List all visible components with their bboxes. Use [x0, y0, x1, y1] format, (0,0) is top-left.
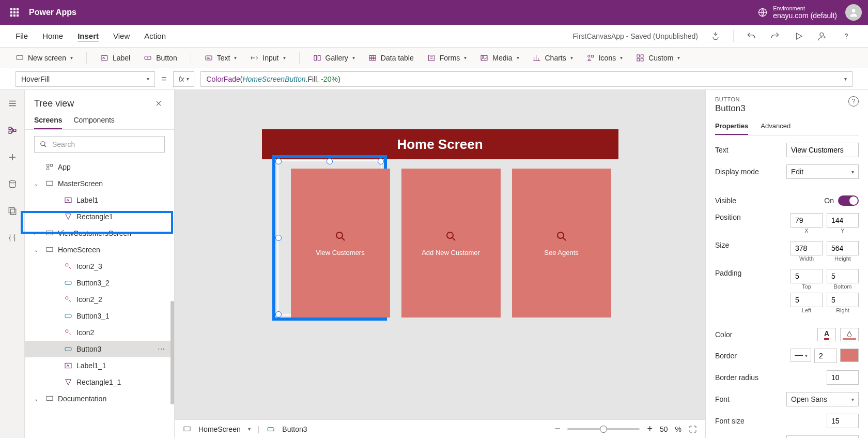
search-input[interactable]: Search — [34, 136, 165, 153]
chevron-down-icon[interactable]: ⌄ — [34, 396, 41, 402]
prop-radius-input[interactable] — [827, 370, 859, 385]
resize-handle[interactable] — [327, 158, 333, 164]
prop-border-color[interactable] — [840, 349, 859, 362]
prop-font-select[interactable]: Open Sans▾ — [786, 392, 859, 406]
prop-fill-color[interactable] — [840, 328, 859, 341]
tab-advanced[interactable]: Advanced — [761, 122, 791, 135]
resize-handle[interactable] — [275, 158, 282, 164]
card-see-agents[interactable]: See Agents — [512, 169, 611, 318]
tree-scrollbar[interactable] — [171, 301, 174, 404]
prop-text-color[interactable]: A — [817, 328, 836, 341]
tree-node-icon22[interactable]: Icon2_2 — [25, 291, 174, 308]
insert-label-button[interactable]: Label — [100, 54, 130, 62]
property-selector[interactable]: HoverFill ▾ — [16, 71, 155, 87]
new-screen-button[interactable]: New screen ▾ — [16, 54, 73, 62]
tree-node-icon2[interactable]: Icon2 — [25, 324, 174, 341]
tree-node-icon23[interactable]: Icon2_3 — [25, 258, 174, 275]
tools-icon[interactable] — [6, 232, 19, 244]
waffle-icon[interactable] — [6, 4, 23, 21]
menu-file[interactable]: File — [16, 32, 28, 40]
tree-node-button32[interactable]: Button3_2 — [25, 275, 174, 291]
prop-displaymode-select[interactable]: Edit▾ — [786, 164, 859, 179]
tree-node-masterscreen[interactable]: ⌄ MasterScreen — [25, 175, 174, 192]
insert-custom-button[interactable]: Custom▾ — [636, 54, 680, 62]
tree-node-app[interactable]: App — [25, 159, 174, 175]
fit-icon[interactable] — [689, 425, 697, 433]
prop-padding-top[interactable] — [791, 269, 823, 283]
prop-position-y[interactable] — [827, 213, 859, 228]
tab-components[interactable]: Components — [73, 116, 114, 129]
more-icon[interactable]: ⋯ — [158, 345, 165, 353]
insert-icons-button[interactable]: Icons▾ — [586, 54, 623, 62]
prop-visible-toggle[interactable] — [838, 195, 859, 206]
svg-point-36 — [66, 297, 68, 299]
resize-handle[interactable] — [378, 158, 384, 164]
prop-fontweight-select[interactable]: Semibold▾ — [786, 435, 859, 438]
more-icon[interactable]: ⋯ — [158, 229, 165, 237]
tree-node-label1[interactable]: Label1 — [25, 192, 174, 208]
zoom-out-icon[interactable]: − — [555, 424, 561, 434]
insert-input-button[interactable]: Input▾ — [250, 54, 285, 62]
prop-padding-right[interactable] — [827, 293, 859, 307]
prop-position-x[interactable] — [791, 213, 823, 228]
chevron-down-icon[interactable]: ⌄ — [34, 247, 41, 253]
menu-view[interactable]: View — [113, 32, 130, 40]
zoom-slider[interactable] — [567, 428, 640, 430]
chevron-down-icon[interactable]: ▾ — [248, 426, 251, 432]
environment-selector[interactable]: Environment enayu.com (default) — [757, 5, 837, 20]
chevron-down-icon[interactable]: ⌄ — [34, 181, 41, 187]
hamburger-icon[interactable] — [6, 97, 19, 110]
tree-node-button3[interactable]: Button3 ⋯ — [25, 341, 174, 357]
insert-gallery-button[interactable]: Gallery▾ — [313, 54, 355, 62]
tree-node-button31[interactable]: Button3_1 — [25, 308, 174, 324]
prop-padding-left[interactable] — [791, 293, 823, 307]
insert-text-button[interactable]: Text▾ — [205, 54, 237, 62]
app-checker-icon[interactable] — [709, 30, 722, 42]
prop-size-width[interactable] — [791, 241, 823, 255]
tab-properties[interactable]: Properties — [715, 122, 748, 135]
share-icon[interactable] — [816, 30, 829, 42]
user-avatar[interactable] — [845, 4, 862, 21]
insert-datatable-button[interactable]: Data table — [368, 54, 414, 62]
tree-view-icon[interactable] — [6, 124, 19, 137]
breadcrumb-screen[interactable]: HomeScreen — [198, 425, 241, 433]
menu-action[interactable]: Action — [144, 32, 166, 40]
person-icon — [848, 7, 859, 18]
prop-fontsize-input[interactable] — [827, 414, 859, 428]
menu-home[interactable]: Home — [42, 32, 63, 40]
media-rail-icon[interactable] — [6, 205, 19, 217]
tree-node-documentation[interactable]: ⌄ Documentation — [25, 390, 174, 407]
menu-insert[interactable]: Insert — [78, 32, 99, 40]
prop-text-input[interactable] — [786, 143, 859, 157]
tree-node-rectangle1[interactable]: Rectangle1 — [25, 208, 174, 225]
help-icon[interactable]: ? — [848, 96, 859, 107]
redo-icon[interactable] — [769, 30, 781, 42]
close-icon[interactable] — [152, 97, 165, 110]
tree-node-viewcustomers[interactable]: › ViewCustomersScreen ⋯ — [25, 225, 174, 241]
formula-input[interactable]: ColorFade(HomeScreenButton.Fill, -20%) ▾ — [200, 71, 853, 87]
tree-node-rectangle11[interactable]: Rectangle1_1 — [25, 374, 174, 390]
insert-media-button[interactable]: Media▾ — [480, 54, 519, 62]
card-view-customers[interactable]: View Customers — [291, 169, 390, 318]
insert-button-button[interactable]: Button — [144, 54, 177, 62]
prop-border-style[interactable]: ▾ — [791, 349, 811, 362]
prop-size-height[interactable] — [827, 241, 859, 255]
breadcrumb-control[interactable]: Button3 — [282, 425, 307, 433]
help-icon[interactable] — [840, 30, 853, 42]
fx-button[interactable]: fx▾ — [173, 71, 195, 87]
zoom-in-icon[interactable]: + — [647, 424, 653, 434]
tab-screens[interactable]: Screens — [34, 116, 62, 129]
tree-node-label11[interactable]: Label1_1 — [25, 357, 174, 374]
insert-forms-button[interactable]: Forms▾ — [427, 54, 467, 62]
insert-charts-button[interactable]: Charts▾ — [533, 54, 573, 62]
card-add-customer[interactable]: Add New Customer — [401, 169, 501, 318]
prop-padding-bottom[interactable] — [827, 269, 859, 283]
chevron-right-icon[interactable]: › — [34, 231, 41, 236]
tree-node-homescreen[interactable]: ⌄ HomeScreen — [25, 241, 174, 258]
data-icon[interactable] — [6, 178, 19, 190]
undo-icon[interactable] — [745, 30, 757, 42]
canvas[interactable]: Home Screen View Customers — [262, 129, 618, 327]
play-icon[interactable] — [793, 30, 805, 42]
prop-border-width[interactable] — [814, 349, 837, 363]
add-icon[interactable] — [6, 151, 19, 163]
